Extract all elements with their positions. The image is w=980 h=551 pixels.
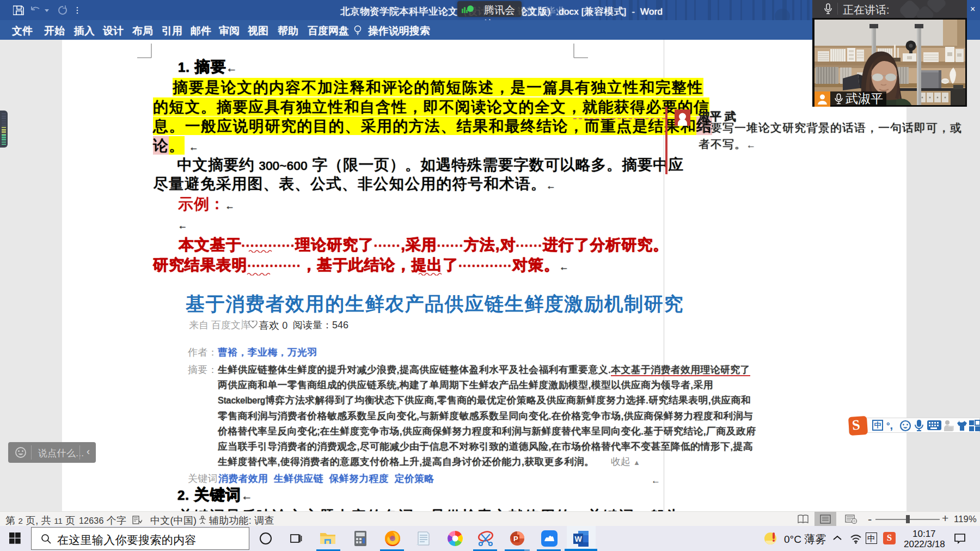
svg-text:W: W — [575, 535, 583, 543]
svg-text:P: P — [513, 535, 518, 543]
